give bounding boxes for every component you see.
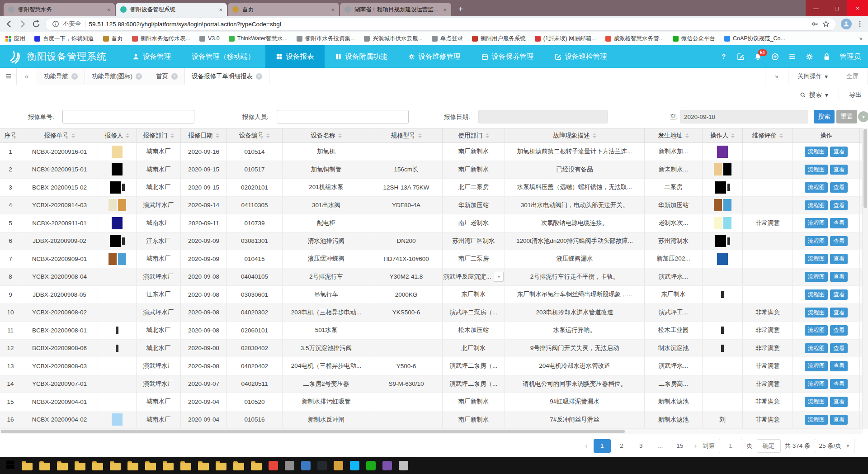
flow-chart-button[interactable]: 流程图 [805,272,828,282]
view-button[interactable]: 查看 [830,361,848,371]
confirm-page-button[interactable]: 确定 [757,439,781,453]
page-number[interactable]: 1 [594,439,611,453]
report-date-input[interactable] [478,110,608,123]
view-button[interactable]: 查看 [830,236,848,246]
taskbar-app-icon[interactable] [285,461,294,470]
flow-chart-button[interactable]: 流程图 [805,397,828,407]
forward-icon[interactable] [18,19,27,28]
sort-icon[interactable] [593,133,596,138]
bookmark-item[interactable]: 兴源城市供水云服... [364,35,422,43]
folder-icon[interactable] [22,463,33,470]
sort-icon[interactable] [216,133,219,138]
flow-chart-button[interactable]: 流程图 [805,415,828,425]
bookmark-item[interactable]: 衡阳市水务投资集... [297,35,355,43]
flow-chart-button[interactable]: 流程图 [805,308,828,318]
folder-icon[interactable] [39,463,50,470]
bookmarks-overflow-icon[interactable]: » [859,35,863,42]
current-user[interactable]: 管理员 [840,52,861,62]
sort-icon[interactable] [170,133,174,138]
flow-chart-button[interactable]: 流程图 [805,254,828,264]
bookmark-item[interactable]: 微信公众平台 [673,35,715,43]
search-dropdown[interactable]: 搜索 ▾ [800,85,828,105]
bookmark-item[interactable]: 威派格智慧水务管... [605,35,664,43]
reload-icon[interactable] [32,19,41,28]
bookmark-item[interactable]: (1封未读) 网易邮箱... [535,35,596,43]
info-icon[interactable] [52,20,59,28]
add-icon[interactable] [771,53,779,61]
folder-icon[interactable] [145,463,156,470]
sort-icon[interactable] [71,133,75,138]
menu-icon[interactable] [788,53,796,61]
url-bar[interactable]: 不安全 59.51.125.88:6002/yhgl/platform/sys/… [45,18,836,31]
page-tab-close-icon[interactable]: × [71,73,78,80]
nav-item-设备巡检管理[interactable]: 设备巡检管理 [544,45,618,68]
nav-item-设备维修管理[interactable]: 设备维修管理 [398,45,471,68]
page-tab[interactable]: 功能导航(图标)× [85,68,149,85]
sort-icon[interactable] [126,133,129,138]
view-button[interactable]: 查看 [830,343,848,354]
flow-chart-button[interactable]: 流程图 [805,182,828,193]
export-button[interactable]: 导出 [849,85,862,105]
reporter-input[interactable] [277,110,409,123]
flow-chart-button[interactable]: 流程图 [805,343,828,354]
page-tab-close-icon[interactable]: × [256,73,262,80]
tab-close-icon[interactable]: × [443,6,447,13]
collapse-filter-toggle[interactable]: ▾ [858,111,868,122]
column-header-设备名称[interactable]: 设备名称 [283,128,370,142]
folder-icon[interactable] [251,463,262,470]
page-size-select[interactable]: 25 条/页 ▼ [815,439,854,453]
horizontal-scrollbar[interactable] [0,429,863,434]
tab-close-icon[interactable]: × [219,6,222,13]
flow-chart-button[interactable]: 流程图 [805,147,828,157]
nav-item-设备管理[interactable]: 设备管理 [122,45,181,68]
taskbar-app-icon[interactable] [382,461,392,470]
bookmark-item[interactable]: ThinkWater智慧水... [229,35,288,43]
taskbar-app-icon[interactable] [399,461,408,470]
close-operations-dropdown[interactable]: 关闭操作 ▾ [788,68,837,85]
taskbar-app-icon[interactable] [350,461,359,470]
bookmark-item[interactable]: 单点登录 [432,35,463,43]
column-header-报修单号[interactable]: 报修单号 [21,128,98,142]
nav-item-设备附属功能[interactable]: 设备附属功能 [325,45,398,68]
tab-close-icon[interactable]: × [107,6,110,13]
page-number[interactable]: 3 [632,439,650,453]
view-button[interactable]: 查看 [830,397,848,407]
maximize-button[interactable]: □ [826,0,847,16]
column-header-报修人[interactable]: 报修人 [98,128,137,142]
view-button[interactable]: 查看 [830,147,848,157]
browser-tab[interactable]: 衡阳设备管理系统× [116,3,227,16]
date-to-input[interactable] [680,110,808,123]
reset-button[interactable]: 重置 [836,110,857,123]
row-expand-chevron-icon[interactable]: ▾ [494,272,504,282]
nav-item-设备管理（移动端）[interactable]: 设备管理（移动端） [181,45,265,68]
folder-icon[interactable] [198,463,209,470]
taskbar-app-icon[interactable] [366,461,376,470]
browser-tab[interactable]: 首页× [228,3,339,16]
url-text[interactable]: 59.51.125.88:6002/yhgl/platform/sys/logi… [89,21,808,28]
view-button[interactable]: 查看 [830,272,848,282]
settings-gear-icon[interactable] [806,53,813,61]
flow-chart-button[interactable]: 流程图 [805,289,828,300]
vertical-scrollbar[interactable] [862,128,868,429]
flow-chart-button[interactable]: 流程图 [805,325,828,336]
view-button[interactable]: 查看 [830,308,848,318]
view-button[interactable]: 查看 [830,200,848,211]
browser-tab[interactable]: 湖南省工程项目规划建设运营监...× [340,3,451,16]
flow-chart-button[interactable]: 流程图 [805,200,828,211]
flow-chart-button[interactable]: 流程图 [805,165,828,175]
view-button[interactable]: 查看 [830,325,848,336]
folder-icon[interactable] [110,463,121,470]
page-number[interactable]: 2 [613,439,630,453]
vertical-scrollbar-thumb[interactable] [863,129,867,208]
browser-menu-icon[interactable] [856,20,863,28]
browser-tab[interactable]: 衡阳智慧水务× [4,3,115,16]
bookmark-item[interactable]: 首页 [103,35,123,43]
page-tab-close-icon[interactable]: × [171,73,178,80]
folder-icon[interactable] [180,463,191,470]
column-header-报修日期[interactable]: 报修日期 [181,128,227,142]
view-button[interactable]: 查看 [830,415,848,425]
tabs-scroll-left-icon[interactable]: « [17,68,37,85]
sort-icon[interactable] [418,133,422,138]
bookmark-item[interactable]: V3.0 [199,35,220,42]
key-icon[interactable] [811,20,819,28]
